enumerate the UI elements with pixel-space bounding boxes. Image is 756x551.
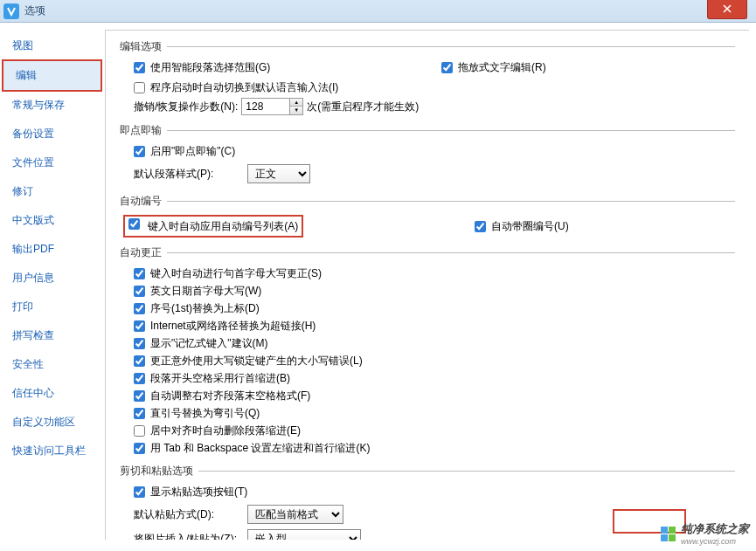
watermark-url: www.ycwzj.com bbox=[681, 537, 749, 546]
label-undo-suffix: 次(需重启程序才能生效) bbox=[307, 100, 419, 114]
label-smart-quotes: 直引号替换为弯引号(Q) bbox=[150, 406, 260, 421]
sidebar-item-edit[interactable]: 编辑 bbox=[3, 61, 101, 90]
sidebar-item-custom-ribbon[interactable]: 自定义功能区 bbox=[0, 408, 104, 437]
input-undo-steps[interactable] bbox=[241, 98, 290, 115]
checkbox-circle-number[interactable] bbox=[475, 221, 486, 232]
label-url-link: Internet或网络路径替换为超链接(H) bbox=[150, 319, 316, 334]
checkbox-show-paste-button[interactable] bbox=[134, 486, 145, 498]
sidebar-item-general[interactable]: 常规与保存 bbox=[0, 91, 104, 120]
label-circle-number: 自动带圈编号(U) bbox=[491, 219, 569, 234]
select-paste-image[interactable]: 嵌入型 bbox=[247, 529, 361, 540]
section-auto-correct: 自动更正 键入时自动进行句首字母大写更正(S) 英文日期首字母大写(W) 序号(… bbox=[120, 245, 735, 458]
legend-auto-number: 自动编号 bbox=[120, 194, 167, 209]
section-edit-options: 编辑选项 使用智能段落选择范围(G) 拖放式文字编辑(R) 程序启动时自动切换到… bbox=[120, 39, 735, 118]
label-enable-instant: 启用"即点即输"(C) bbox=[150, 144, 235, 159]
sidebar-item-quick-access[interactable]: 快速访问工具栏 bbox=[0, 437, 104, 465]
label-drag-edit: 拖放式文字编辑(R) bbox=[458, 60, 546, 75]
content-panel: 编辑选项 使用智能段落选择范围(G) 拖放式文字编辑(R) 程序启动时自动切换到… bbox=[105, 30, 749, 540]
close-button[interactable] bbox=[707, 0, 747, 19]
label-first-line-indent: 段落开头空格采用行首缩进(B) bbox=[150, 371, 290, 386]
label-sentence-cap: 键入时自动进行句首字母大写更正(S) bbox=[150, 266, 322, 281]
checkbox-date-cap[interactable] bbox=[134, 286, 145, 297]
sidebar-item-output-pdf[interactable]: 输出PDF bbox=[0, 235, 104, 264]
sidebar-item-backup[interactable]: 备份设置 bbox=[0, 120, 104, 148]
label-auto-adjust-space: 自动调整右对齐段落末空格格式(F) bbox=[150, 389, 310, 403]
spin-up-icon[interactable]: ▲ bbox=[290, 99, 302, 107]
checkbox-enable-instant[interactable] bbox=[134, 146, 145, 157]
legend-auto-correct: 自动更正 bbox=[120, 245, 167, 260]
label-default-style: 默认段落样式(P): bbox=[134, 167, 247, 182]
watermark-icon bbox=[661, 527, 676, 541]
label-auto-switch-ime: 程序启动时自动切换到默认语言输入法(I) bbox=[150, 80, 338, 95]
checkbox-auto-adjust-space[interactable] bbox=[134, 390, 145, 402]
checkbox-smart-quotes[interactable] bbox=[134, 408, 145, 419]
label-tab-backspace: 用 Tab 和 Backspace 设置左缩进和首行缩进(K) bbox=[150, 441, 370, 456]
select-default-paste[interactable]: 匹配当前格式 bbox=[247, 505, 343, 524]
checkbox-url-link[interactable] bbox=[134, 320, 145, 332]
checkbox-auto-switch-ime[interactable] bbox=[134, 82, 145, 93]
checkbox-caps-lock-error[interactable] bbox=[134, 355, 145, 367]
titlebar: 选项 bbox=[0, 0, 756, 23]
checkbox-tab-backspace[interactable] bbox=[134, 443, 145, 454]
watermark: 纯净系统之家 www.ycwzj.com bbox=[661, 521, 749, 546]
sidebar-item-trust-center[interactable]: 信任中心 bbox=[0, 379, 104, 408]
checkbox-memory-input[interactable] bbox=[134, 338, 145, 349]
sidebar-highlight: 编辑 bbox=[2, 59, 102, 92]
section-auto-number: 自动编号 键入时自动应用自动编号列表(A) 自动带圈编号(U) bbox=[120, 194, 735, 240]
section-instant-input: 即点即输 启用"即点即输"(C) 默认段落样式(P): 正文 bbox=[120, 123, 735, 189]
checkbox-sentence-cap[interactable] bbox=[134, 268, 145, 279]
sidebar: 视图 编辑 常规与保存 备份设置 文件位置 修订 中文版式 输出PDF 用户信息… bbox=[0, 23, 105, 547]
label-show-paste-button: 显示粘贴选项按钮(T) bbox=[150, 485, 247, 499]
checkbox-smart-paragraph[interactable] bbox=[134, 62, 145, 73]
sidebar-item-user-info[interactable]: 用户信息 bbox=[0, 264, 104, 293]
sidebar-item-spell-check[interactable]: 拼写检查 bbox=[0, 321, 104, 350]
label-undo-steps: 撤销/恢复操作步数(N): bbox=[134, 100, 238, 114]
legend-edit-options: 编辑选项 bbox=[120, 39, 167, 54]
label-ordinal-super: 序号(1st)替换为上标(D) bbox=[150, 301, 260, 316]
app-icon bbox=[3, 3, 19, 19]
spin-down-icon[interactable]: ▼ bbox=[290, 107, 302, 114]
legend-instant-input: 即点即输 bbox=[120, 123, 167, 138]
label-date-cap: 英文日期首字母大写(W) bbox=[150, 284, 261, 299]
sidebar-item-file-location[interactable]: 文件位置 bbox=[0, 148, 104, 177]
watermark-text: 纯净系统之家 bbox=[681, 521, 749, 537]
checkbox-first-line-indent[interactable] bbox=[134, 373, 145, 384]
checkbox-auto-apply-list[interactable] bbox=[128, 218, 140, 230]
label-center-remove-indent: 居中对齐时自动删除段落缩进(E) bbox=[150, 424, 301, 438]
label-smart-paragraph: 使用智能段落选择范围(G) bbox=[150, 60, 270, 75]
label-default-paste: 默认粘贴方式(D): bbox=[134, 507, 247, 522]
spinner-undo-steps[interactable]: ▲▼ bbox=[241, 98, 303, 115]
legend-cut-paste: 剪切和粘贴选项 bbox=[120, 464, 198, 479]
sidebar-item-security[interactable]: 安全性 bbox=[0, 350, 104, 379]
sidebar-item-chinese-layout[interactable]: 中文版式 bbox=[0, 206, 104, 235]
label-auto-apply-list: 键入时自动应用自动编号列表(A) bbox=[148, 220, 298, 232]
label-caps-lock-error: 更正意外使用大写锁定键产生的大小写错误(L) bbox=[150, 354, 363, 368]
sidebar-item-view[interactable]: 视图 bbox=[0, 31, 104, 60]
sidebar-item-print[interactable]: 打印 bbox=[0, 293, 104, 321]
window-title: 选项 bbox=[24, 3, 45, 18]
checkbox-ordinal-super[interactable] bbox=[134, 303, 145, 314]
checkbox-center-remove-indent[interactable] bbox=[134, 425, 145, 437]
highlight-auto-number: 键入时自动应用自动编号列表(A) bbox=[123, 215, 303, 238]
sidebar-item-revision[interactable]: 修订 bbox=[0, 177, 104, 206]
label-paste-image: 将图片插入/粘贴为(Z): bbox=[134, 532, 247, 541]
checkbox-drag-edit[interactable] bbox=[441, 62, 453, 73]
label-memory-input: 显示"记忆式键入"建议(M) bbox=[150, 336, 268, 351]
select-default-style[interactable]: 正文 bbox=[247, 164, 310, 183]
